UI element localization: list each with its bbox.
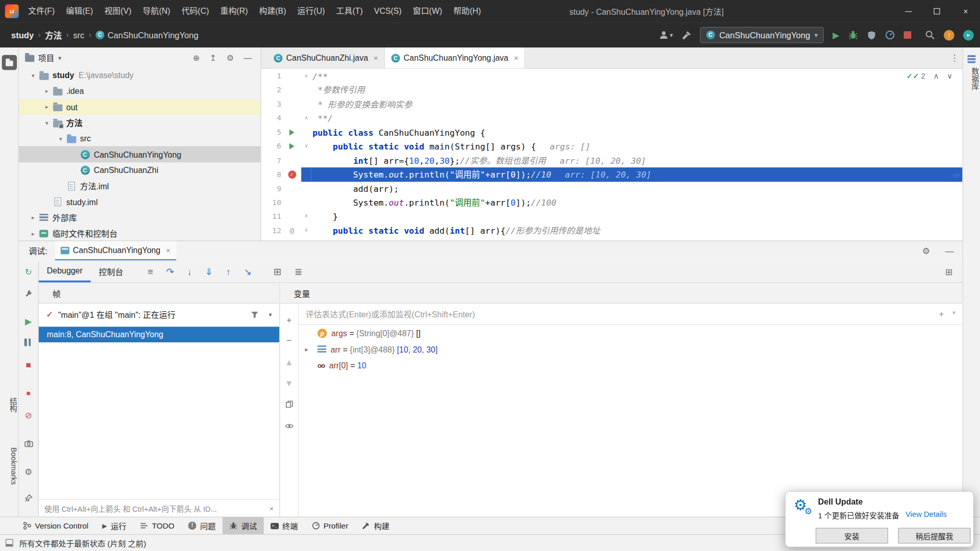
evaluate-expression-input[interactable]: 评估表达式(Enter)或添加监视(Ctrl+Shift+Enter) + ▾ (299, 304, 962, 325)
editor-line-11[interactable]: 11∧ } (261, 210, 963, 223)
breadcrumb-item-2[interactable]: src (70, 30, 87, 39)
next-problem-icon[interactable]: ∨ (947, 72, 952, 81)
menu-item-0[interactable]: 文件(F) (22, 0, 60, 22)
search-everywhere-button[interactable] (925, 30, 935, 40)
step-out-icon[interactable]: ↑ (226, 266, 231, 277)
rerun-icon[interactable]: ↻ (19, 267, 38, 276)
fold-icon[interactable]: ∧ (301, 210, 311, 223)
close-hint-icon[interactable]: × (270, 504, 274, 513)
tab-close-icon[interactable]: × (514, 54, 519, 62)
frame-item-0[interactable]: main:8, CanShuChuanYingYong (39, 327, 279, 342)
move-down-icon[interactable]: ▼ (280, 378, 299, 388)
toolwindow-button-build[interactable]: 构建 (355, 517, 397, 534)
toolwindow-button-run[interactable]: ▶ 运行 (95, 517, 133, 534)
tree-expander-icon[interactable]: ▾ (41, 120, 53, 126)
user-profile-button[interactable]: ▾ (658, 30, 673, 40)
evaluate-expression-icon[interactable]: ⊞ (274, 266, 281, 277)
editor-line-6[interactable]: 6∨ public static void main(String[] args… (261, 139, 963, 153)
run-config-select[interactable]: C CanShuChuanYingYong ▾ (700, 27, 824, 43)
tree-expander-icon[interactable]: ▸ (41, 104, 53, 110)
code-editor[interactable]: 1∨/**2 *参数传引用3 * 形参的变换会影响实参4∧ **/5public… (261, 69, 963, 241)
tree-item-1[interactable]: ▸ .idea (19, 83, 261, 99)
database-stripe-button[interactable]: 数据库 (963, 67, 980, 90)
tree-item-8[interactable]: study.iml (19, 194, 261, 210)
minimize-button[interactable] (894, 0, 922, 22)
step-over-icon[interactable]: ↷ (166, 266, 174, 277)
tree-item-4[interactable]: ▾ src (19, 131, 261, 146)
prev-problem-icon[interactable]: ∧ (934, 72, 939, 81)
tree-expander-icon[interactable]: ▸ (28, 230, 39, 236)
install-button[interactable]: 安装 (816, 528, 888, 544)
view-breakpoints-icon[interactable]: ● (19, 389, 38, 397)
variable-row-2[interactable]: ooarr[0] = 10 (299, 357, 962, 373)
tree-item-9[interactable]: ▸ 外部库 (19, 210, 261, 226)
variable-row-0[interactable]: pargs = {String[0]@487} [] (299, 325, 962, 341)
view-details-link[interactable]: View Details (905, 510, 947, 520)
resume-icon[interactable]: ▶ (19, 317, 38, 325)
stop-button[interactable] (904, 31, 912, 39)
fold-icon[interactable]: ∨ (301, 223, 311, 237)
force-step-into-icon[interactable]: ⇓ (205, 266, 213, 277)
toolwindow-button-todo[interactable]: TODO (133, 517, 181, 534)
tree-item-0[interactable]: ▾ study E:\javase\study (19, 67, 261, 83)
pin-icon[interactable] (19, 494, 38, 503)
menu-item-5[interactable]: 重构(R) (214, 0, 253, 22)
menu-item-11[interactable]: 帮助(H) (448, 0, 486, 22)
menu-item-6[interactable]: 构建(B) (253, 0, 291, 22)
tab-debugger[interactable]: Debugger (39, 261, 91, 283)
thread-dump-camera-icon[interactable] (19, 440, 38, 447)
coverage-button[interactable] (867, 30, 876, 39)
menu-item-10[interactable]: 窗口(W) (407, 0, 448, 22)
toolwindow-switcher-icon[interactable] (6, 539, 13, 547)
fold-icon[interactable]: ∨ (301, 139, 311, 153)
editor-line-2[interactable]: 2 *参数传引用 (261, 83, 963, 97)
tree-expander-icon[interactable]: ▾ (55, 136, 66, 142)
tree-item-3[interactable]: ▾ 方法 (19, 115, 261, 131)
editor-tab-1[interactable]: C CanShuChuanYingYong.java × (385, 47, 525, 68)
bookmarks-stripe-button[interactable]: Bookmarks (0, 447, 18, 485)
layout-menu-icon[interactable]: ≡ (148, 266, 153, 277)
run-button[interactable]: ▶ (832, 31, 839, 39)
gear-icon[interactable]: ⚙ (922, 246, 930, 256)
breakpoint-icon[interactable]: ✓ (288, 170, 296, 179)
filter-funnel-icon[interactable] (251, 311, 259, 318)
fold-icon[interactable]: ∧ (301, 111, 311, 125)
tab-close-icon[interactable]: × (166, 246, 170, 255)
editor-line-9[interactable]: 9 add(arr); (261, 182, 963, 195)
menu-item-2[interactable]: 视图(V) (99, 0, 137, 22)
expand-icon[interactable]: ▸ (305, 346, 317, 353)
hide-panel-icon[interactable]: — (244, 53, 252, 62)
variable-row-1[interactable]: ▸arr = {int[3]@488} [10, 20, 30] (299, 341, 962, 358)
tree-item-5[interactable]: C CanShuChuanYingYong (19, 146, 261, 162)
editor-tab-0[interactable]: C CanShuChuanZhi.java × (267, 47, 385, 68)
debug-button[interactable] (848, 30, 859, 40)
duplicate-icon[interactable] (280, 400, 299, 408)
breadcrumb-item-3[interactable]: CCanShuChuanYingYong (93, 30, 201, 39)
project-stripe-button[interactable] (2, 55, 17, 70)
close-button[interactable]: × (951, 0, 980, 22)
breadcrumb-item-1[interactable]: 方法 (42, 29, 64, 41)
tree-expander-icon[interactable]: ▸ (41, 88, 53, 94)
step-into-icon[interactable]: ↓ (187, 266, 192, 277)
show-watches-eye-icon[interactable] (280, 423, 299, 429)
tree-item-2[interactable]: ▸ out (19, 99, 261, 115)
add-watch-icon[interactable]: + (280, 315, 299, 325)
menu-item-7[interactable]: 运行(U) (292, 0, 331, 22)
wrench-icon[interactable] (19, 290, 38, 298)
editor-line-5[interactable]: 5public class CanShuChuanYingYong { (261, 126, 963, 139)
editor-line-7[interactable]: 7 int[] arr={10,20,30};//实参。数组也是引用arr: [… (261, 154, 963, 167)
locate-file-icon[interactable]: ⊕ (193, 53, 200, 62)
debug-session-tab[interactable]: CanShuChuanYingYong × (55, 241, 176, 261)
thread-selector[interactable]: ✓ "main"@1 在组 "main": 正在运行 ▾ (39, 304, 279, 325)
tree-item-10[interactable]: ▸ 临时文件和控制台 (19, 226, 261, 240)
run-gutter-icon[interactable] (289, 129, 295, 135)
toolwindow-button-terminal[interactable]: >_ 终端 (264, 517, 305, 534)
profiler-button[interactable] (885, 30, 895, 40)
hide-panel-icon[interactable]: — (945, 246, 953, 256)
tab-console[interactable]: 控制台 (91, 261, 132, 283)
gear-icon[interactable]: ⚙ (19, 467, 38, 476)
toolwindow-button-profiler[interactable]: Profiler (305, 517, 355, 534)
chevron-down-icon[interactable]: ▾ (952, 309, 955, 318)
pause-icon[interactable] (24, 339, 31, 346)
editor-line-10[interactable]: 10 System.out.println("调用前"+arr[0]);//10… (261, 195, 963, 209)
